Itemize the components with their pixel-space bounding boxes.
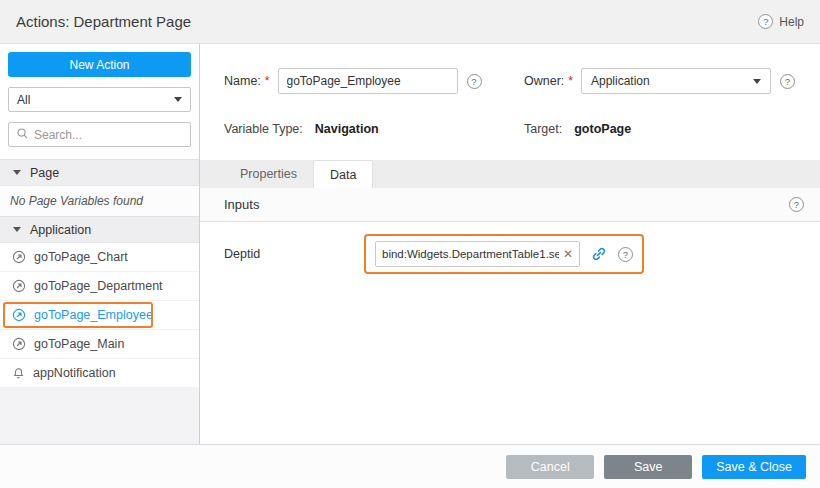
annotation-highlight-box: ✕ ? [364, 234, 644, 274]
tree-item-label: appNotification [33, 366, 116, 380]
variable-type-group: Variable Type: Navigation [224, 122, 524, 136]
sidebar-filler [0, 388, 199, 444]
navigation-action-icon [12, 337, 26, 351]
caret-down-icon [753, 79, 761, 84]
tree-section-page-label: Page [30, 166, 59, 180]
deptid-bind-input-box: ✕ [375, 241, 580, 267]
navigation-action-icon [12, 308, 26, 322]
sidebar-controls: New Action All [0, 44, 199, 159]
owner-label: Owner: [524, 74, 564, 88]
tree-section-application[interactable]: Application [0, 216, 199, 243]
dialog-body: New Action All Page No Page Variables fo… [0, 44, 820, 444]
detail-tabbar: Properties Data [200, 160, 820, 188]
help-button[interactable]: ? Help [758, 14, 804, 29]
sidebar-item-appnotification[interactable]: appNotification [0, 359, 199, 388]
dialog-header: Actions: Department Page ? Help [0, 0, 820, 44]
tab-data[interactable]: Data [313, 160, 373, 188]
required-marker: * [568, 74, 573, 88]
filter-dropdown-value: All [17, 93, 30, 107]
save-button[interactable]: Save [604, 455, 692, 479]
action-detail-panel: Name: * ? Owner: * Application ? [200, 44, 820, 444]
clear-bind-icon[interactable]: ✕ [563, 248, 573, 260]
actions-dialog: Actions: Department Page ? Help New Acti… [0, 0, 820, 488]
collapse-arrow-icon [13, 227, 21, 232]
name-owner-row: Name: * ? Owner: * Application ? [224, 68, 796, 94]
tab-properties[interactable]: Properties [224, 160, 313, 188]
help-icon[interactable]: ? [789, 197, 804, 212]
filter-dropdown[interactable]: All [8, 87, 191, 112]
name-field-group: Name: * ? [224, 68, 524, 94]
help-label: Help [779, 15, 804, 29]
page-empty-message: No Page Variables found [0, 186, 199, 216]
data-tab-content: Inputs ? Deptid ✕ [200, 188, 820, 444]
help-icon[interactable]: ? [467, 74, 482, 89]
search-icon [16, 126, 29, 144]
tree-section-page[interactable]: Page [0, 159, 199, 186]
tree-item-label: goToPage_Chart [34, 250, 128, 264]
required-marker: * [265, 74, 270, 88]
variables-sidebar: New Action All Page No Page Variables fo… [0, 44, 200, 444]
deptid-label: Deptid [224, 247, 364, 261]
notification-icon [12, 367, 25, 380]
target-value: gotoPage [574, 122, 631, 136]
deptid-bind-input[interactable] [382, 248, 559, 260]
cancel-button[interactable]: Cancel [506, 455, 594, 479]
collapse-arrow-icon [13, 170, 21, 175]
dialog-footer: Cancel Save Save & Close [0, 444, 820, 488]
name-input[interactable] [278, 68, 458, 94]
help-icon: ? [758, 14, 773, 29]
variable-type-value: Navigation [315, 122, 379, 136]
sidebar-item-gotopage-chart[interactable]: goToPage_Chart [0, 243, 199, 272]
owner-field-group: Owner: * Application ? [524, 68, 795, 94]
type-target-row: Variable Type: Navigation Target: gotoPa… [224, 122, 796, 136]
help-icon[interactable]: ? [618, 247, 633, 262]
bind-link-icon[interactable] [591, 246, 607, 262]
page-title: Actions: Department Page [16, 13, 191, 30]
inputs-section-title: Inputs [224, 197, 259, 212]
owner-select-value: Application [591, 74, 650, 88]
variable-type-label: Variable Type: [224, 122, 303, 136]
search-input[interactable] [34, 128, 183, 142]
sidebar-item-gotopage-employee[interactable]: goToPage_Employee [0, 301, 199, 330]
tree-item-label: goToPage_Main [34, 337, 124, 351]
inputs-section-header: Inputs ? [200, 188, 820, 222]
tree-item-label: goToPage_Employee [34, 308, 153, 322]
owner-select[interactable]: Application [581, 68, 771, 94]
action-form: Name: * ? Owner: * Application ? [200, 44, 820, 160]
new-action-button[interactable]: New Action [8, 52, 191, 77]
sidebar-item-gotopage-main[interactable]: goToPage_Main [0, 330, 199, 359]
navigation-action-icon [12, 250, 26, 264]
sidebar-item-gotopage-department[interactable]: goToPage_Department [0, 272, 199, 301]
target-label: Target: [524, 122, 562, 136]
name-label: Name: [224, 74, 261, 88]
tree-section-application-label: Application [30, 223, 91, 237]
navigation-action-icon [12, 279, 26, 293]
save-and-close-button[interactable]: Save & Close [702, 455, 806, 479]
caret-down-icon [174, 97, 182, 102]
search-box [8, 122, 191, 147]
tree-item-label: goToPage_Department [34, 279, 163, 293]
target-group: Target: gotoPage [524, 122, 631, 136]
help-icon[interactable]: ? [780, 74, 795, 89]
deptid-field-row: Deptid ✕ ? [200, 222, 820, 286]
